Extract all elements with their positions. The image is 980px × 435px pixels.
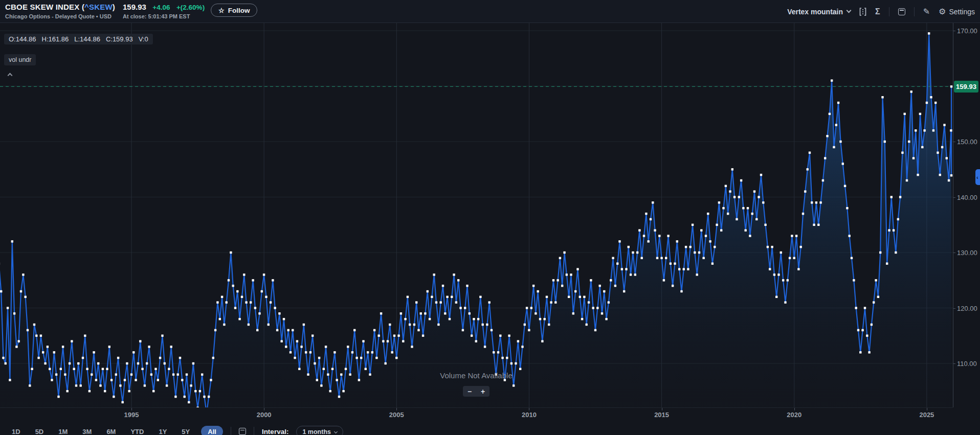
data-point-marker [263,273,265,276]
comparison-icon[interactable] [859,8,866,16]
data-point-marker [102,368,104,370]
data-point-marker [815,201,817,203]
data-point-marker [400,312,402,314]
range-button-5y[interactable]: 5Y [178,426,193,435]
data-point-marker [839,141,841,143]
zoom-in-button[interactable]: + [476,386,489,397]
data-point-marker [144,384,146,386]
data-point-marker [932,129,934,131]
data-point-marker [122,401,124,403]
indicators-sigma-icon[interactable]: Σ [875,8,880,16]
data-point-marker [77,362,79,364]
data-point-marker [126,362,128,364]
data-point-marker [650,218,652,220]
price-chart[interactable] [0,23,953,407]
data-point-marker [353,329,355,331]
range-button-5d[interactable]: 5D [32,426,48,435]
data-point-marker [875,279,877,281]
data-point-marker [325,346,327,348]
data-point-marker [49,368,51,370]
data-point-marker [716,224,718,226]
data-point-marker [561,285,563,287]
range-button-1y[interactable]: 1Y [155,426,170,435]
chart-app: { "header": { "title_prefix": "CBOE SKEW… [0,0,980,435]
panel-collapse-tab[interactable]: ‹ [975,169,980,185]
data-point-marker [912,157,915,159]
data-point-marker [694,251,696,254]
data-point-marker [316,379,318,381]
ohlc-item: O:144.86 [9,35,36,43]
data-point-marker [252,279,254,281]
data-point-marker [826,135,828,137]
data-point-marker [797,268,799,270]
data-point-marker [541,340,543,342]
data-point-marker [817,224,819,226]
data-point-marker [515,362,517,364]
data-point-marker [190,384,192,386]
data-point-marker [402,340,404,342]
data-point-marker [174,396,176,398]
data-point-marker [241,296,243,298]
data-point-marker [683,268,685,270]
settings-button[interactable]: ⚙ Settings [939,8,975,16]
data-point-marker [177,374,179,376]
data-point-marker [950,174,952,176]
chevron-left-icon: ‹ [976,174,978,180]
x-axis[interactable]: 1995200020052010201520202025 [0,407,953,422]
data-point-marker [25,296,27,298]
divider [914,7,915,16]
data-point-marker [811,201,813,203]
interval-dropdown[interactable]: 1 months [296,426,343,435]
data-point-marker [409,324,411,326]
data-point-marker [86,368,88,370]
follow-button[interactable]: ☆ Follow [211,4,257,17]
data-point-marker [499,335,501,337]
range-button-1d[interactable]: 1D [8,426,24,435]
star-icon: ☆ [218,7,225,14]
volume-indicator-chip[interactable]: vol undr [4,54,36,65]
collapse-legend-button[interactable] [5,72,14,79]
data-point-marker [444,312,446,314]
data-point-marker [459,307,461,309]
data-point-marker [320,384,322,386]
chart-type-dropdown[interactable]: Vertex mountain [787,8,851,16]
data-point-marker [254,307,256,309]
range-button-1m[interactable]: 1M [55,426,71,435]
data-point-marker [921,146,923,148]
data-point-marker [64,374,66,376]
data-point-marker [69,362,71,364]
data-point-marker [168,368,170,370]
data-point-marker [714,246,716,248]
data-point-marker [347,346,349,348]
data-point-marker [482,324,484,326]
range-button-6m[interactable]: 6M [103,426,119,435]
data-point-marker [55,374,57,376]
zoom-out-button[interactable]: − [463,386,476,397]
data-point-marker [462,329,464,331]
range-button-all[interactable]: All [201,426,223,435]
data-point-marker [881,96,883,98]
data-point-marker [219,318,221,320]
x-axis-tick [927,408,927,410]
x-axis-label: 2010 [522,411,537,419]
ticker-symbol[interactable]: ^SKEW [84,3,113,11]
custom-date-icon[interactable] [239,426,246,435]
data-point-marker [192,362,194,364]
data-point-marker [930,96,932,98]
date-range-icon[interactable] [898,8,905,15]
range-button-ytd[interactable]: YTD [127,426,147,435]
x-axis-tick [264,408,264,410]
data-point-marker [285,346,287,348]
data-point-marker [351,351,353,353]
data-point-marker [603,290,605,292]
divider [254,427,254,435]
y-axis-label: 150.00 [957,138,977,146]
price-change-percent: +(2.60%) [176,4,205,11]
draw-pencil-icon[interactable]: ✎ [923,8,930,16]
range-button-3m[interactable]: 3M [79,426,95,435]
data-point-marker [360,357,362,359]
data-point-marker [164,362,166,364]
data-point-marker [729,190,731,192]
data-point-marker [62,346,64,348]
data-point-marker [833,146,835,148]
